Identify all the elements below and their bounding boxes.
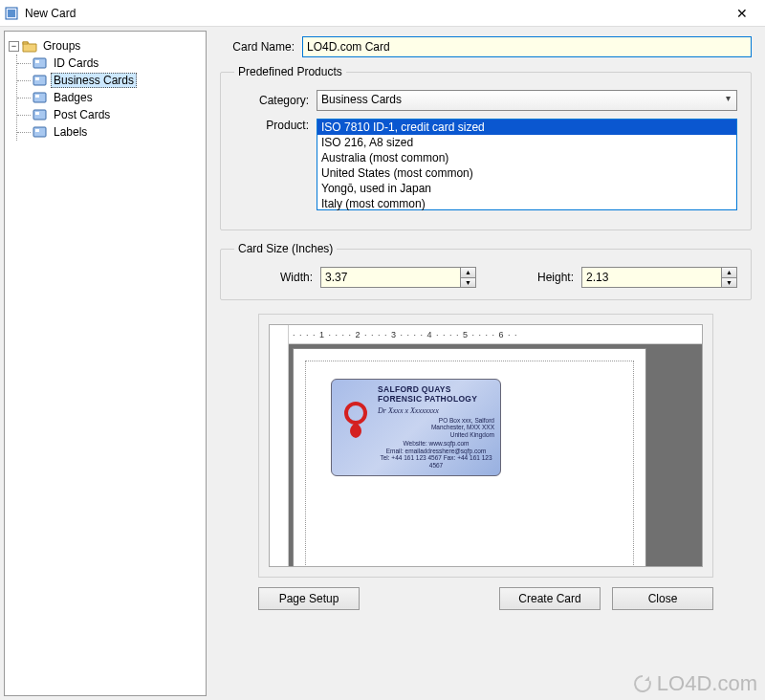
card-icon — [33, 107, 48, 122]
svg-rect-12 — [35, 129, 39, 132]
card-icon — [33, 73, 48, 88]
spin-down-icon[interactable]: ▼ — [722, 278, 736, 288]
svg-rect-6 — [35, 77, 39, 80]
category-select[interactable]: Business Cards — [317, 90, 737, 111]
tree-root-groups[interactable]: − Groups — [7, 37, 204, 55]
dialog-body: − Groups ID Cards Business Cards — [0, 27, 765, 700]
sample-name: Dr Xxxx x Xxxxxxxx — [378, 406, 494, 415]
product-item[interactable]: Italy (most common) — [317, 196, 736, 211]
svg-rect-9 — [33, 110, 46, 120]
svg-rect-5 — [33, 76, 46, 85]
predefined-products-group: Predefined Products Category: Business C… — [220, 65, 752, 230]
sample-title2: FORENSIC PATHOLOGY — [378, 395, 494, 405]
page-setup-button[interactable]: Page Setup — [258, 587, 360, 610]
svg-rect-7 — [33, 93, 46, 102]
height-spinner[interactable]: 2.13 ▲▼ — [581, 267, 737, 288]
spin-up-icon[interactable]: ▲ — [461, 268, 475, 278]
width-spin-buttons[interactable]: ▲▼ — [460, 268, 475, 287]
sample-web: Website: www.sqfp.com — [378, 440, 494, 447]
sample-addr: Manchester, MXX XXX — [378, 424, 494, 430]
close-window-button[interactable]: ✕ — [723, 6, 761, 21]
tree-item-label: Post Cards — [51, 108, 113, 121]
groups-tree: − Groups ID Cards Business Cards — [4, 31, 207, 696]
card-name-label: Card Name: — [220, 40, 295, 54]
sample-email: Email: emailaddresshere@sqfp.com — [378, 448, 494, 454]
product-item[interactable]: Yongō, used in Japan — [317, 181, 736, 196]
svg-rect-11 — [33, 127, 46, 137]
tree-item-label: ID Cards — [51, 56, 101, 70]
tree-item-business-cards[interactable]: Business Cards — [17, 72, 204, 89]
vertical-ruler — [270, 325, 289, 566]
create-card-button[interactable]: Create Card — [499, 587, 601, 610]
width-label: Width: — [234, 271, 313, 284]
main-panel: Card Name: Predefined Products Category:… — [210, 27, 765, 700]
preview-canvas: · · · · 1 · · · · 2 · · · · 3 · · · · 4 … — [269, 324, 703, 567]
svg-rect-2 — [23, 42, 28, 44]
width-value: 3.37 — [325, 271, 347, 284]
svg-rect-3 — [33, 58, 46, 68]
card-icon — [33, 55, 48, 71]
refresh-icon — [632, 673, 653, 694]
predefined-legend: Predefined Products — [234, 65, 346, 78]
card-size-group: Card Size (Inches) Width: 3.37 ▲▼ Height… — [220, 242, 752, 300]
titlebar: New Card ✕ — [0, 0, 765, 27]
product-item[interactable]: Australia (most common) — [317, 150, 736, 165]
tree-item-label: Badges — [51, 91, 96, 104]
category-value: Business Cards — [321, 93, 402, 106]
app-icon — [4, 6, 19, 21]
window-title: New Card — [25, 7, 76, 20]
svg-point-13 — [346, 404, 365, 423]
horizontal-ruler: · · · · 1 · · · · 2 · · · · 3 · · · · 4 … — [289, 325, 702, 344]
size-legend: Card Size (Inches) — [234, 242, 337, 255]
tree-root-label: Groups — [40, 39, 83, 53]
product-listbox[interactable]: ISO 7810 ID-1, credit card sized ISO 216… — [317, 119, 737, 210]
spin-up-icon[interactable]: ▲ — [722, 268, 736, 278]
svg-rect-4 — [35, 60, 39, 63]
collapse-icon[interactable]: − — [9, 41, 19, 52]
card-sample: SALFORD QUAYS FORENSIC PATHOLOGY Dr Xxxx… — [331, 379, 501, 476]
height-spin-buttons[interactable]: ▲▼ — [721, 268, 736, 287]
product-item[interactable]: United States (most common) — [317, 165, 736, 181]
product-item[interactable]: ISO 7810 ID-1, credit card sized — [317, 120, 736, 135]
product-item[interactable]: ISO 216, A8 sized — [317, 135, 736, 150]
svg-rect-1 — [8, 10, 15, 17]
sample-tel: Tel: +44 161 123 4567 Fax: +44 161 123 4… — [378, 454, 494, 469]
card-icon — [33, 124, 48, 140]
card-name-input[interactable] — [302, 36, 752, 57]
spin-down-icon[interactable]: ▼ — [461, 278, 475, 288]
sample-addr: PO Box xxx, Salford — [378, 417, 494, 424]
tree-item-label: Business Cards — [51, 73, 137, 88]
category-label: Category: — [234, 94, 309, 107]
svg-rect-8 — [35, 95, 39, 98]
close-button[interactable]: Close — [612, 587, 713, 610]
height-value: 2.13 — [586, 271, 608, 284]
card-icon — [33, 90, 48, 105]
folder-icon — [22, 38, 37, 54]
tree-item-labels[interactable]: Labels — [17, 123, 204, 141]
width-spinner[interactable]: 3.37 ▲▼ — [320, 267, 476, 288]
sample-logo-icon — [338, 399, 374, 441]
svg-rect-10 — [35, 112, 39, 115]
watermark: LO4D.com — [632, 671, 757, 696]
height-label: Height: — [495, 271, 574, 284]
preview-frame: · · · · 1 · · · · 2 · · · · 3 · · · · 4 … — [258, 314, 713, 578]
product-label: Product: — [234, 119, 309, 132]
tree-item-label: Labels — [51, 125, 90, 139]
tree-item-post-cards[interactable]: Post Cards — [17, 106, 204, 123]
sample-addr: United Kingdom — [378, 431, 494, 438]
tree-item-badges[interactable]: Badges — [17, 89, 204, 106]
tree-item-id-cards[interactable]: ID Cards — [17, 55, 204, 72]
